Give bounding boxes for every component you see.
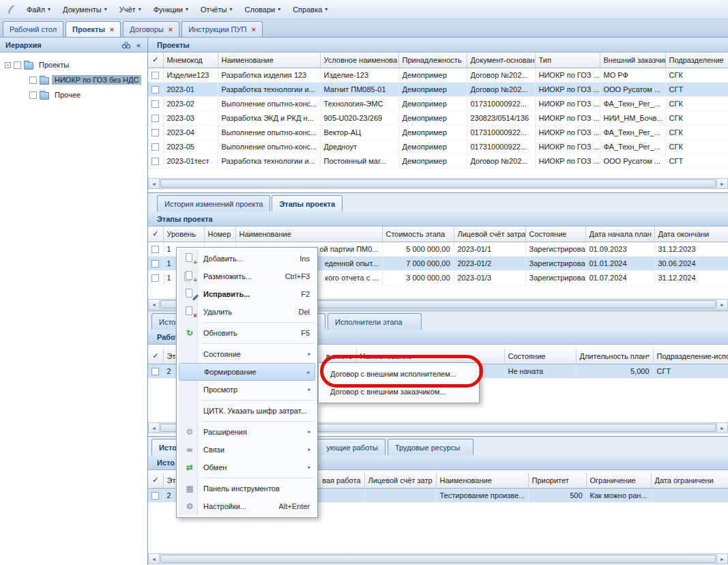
- tree-checkbox[interactable]: [29, 91, 37, 99]
- menu-item-citk-cost-code[interactable]: ЦИТК. Указать шифр затрат...: [179, 402, 315, 420]
- row-checkbox[interactable]: [151, 115, 159, 122]
- row-checkbox[interactable]: [151, 260, 159, 267]
- tree-node-niokr-goz[interactable]: НИОКР по ГОЗ без НДС: [27, 72, 145, 87]
- find-in-tree-icon[interactable]: [120, 39, 132, 51]
- column-header[interactable]: Уровень: [163, 227, 204, 242]
- row-checkbox[interactable]: [151, 158, 159, 165]
- menu-functions[interactable]: Функции▾: [147, 3, 194, 16]
- column-header[interactable]: Приоритет: [528, 473, 586, 488]
- column-header[interactable]: Стоимость этапа: [382, 227, 454, 242]
- column-header[interactable]: Условное наименова: [320, 53, 398, 68]
- column-header[interactable]: Ограничение: [586, 473, 651, 488]
- row-checkbox[interactable]: [151, 143, 159, 151]
- column-header[interactable]: Мнемокод: [163, 53, 218, 68]
- table-row[interactable]: 2023-01тестРазработка технологии и...Пос…: [148, 154, 728, 168]
- menu-item-edit[interactable]: Исправить... F2: [179, 285, 315, 303]
- row-checkbox[interactable]: [151, 368, 159, 375]
- scroll-left-button[interactable]: ◄: [149, 179, 160, 188]
- row-checkbox[interactable]: [151, 246, 159, 253]
- collapse-panel-button[interactable]: «: [132, 39, 145, 51]
- scroll-right-button[interactable]: ►: [716, 179, 727, 188]
- menu-file[interactable]: Файл▾: [20, 3, 57, 16]
- menu-help[interactable]: Справка▾: [287, 3, 334, 16]
- tree-node-projects[interactable]: − Проекты: [3, 57, 145, 72]
- select-all-header[interactable]: ✓: [148, 473, 163, 488]
- column-header[interactable]: Наименование: [356, 349, 504, 364]
- menu-item-delete[interactable]: × Удалить Del: [179, 303, 315, 321]
- column-header[interactable]: Документ-основан: [467, 53, 535, 68]
- menu-item-refresh[interactable]: ↻ Обновить F5: [179, 324, 315, 342]
- horizontal-scrollbar[interactable]: ◄ ►: [148, 178, 728, 189]
- tab-labor-resources[interactable]: Трудовые ресурсы: [388, 439, 474, 455]
- tab-project-stages[interactable]: Этапы проекта: [272, 195, 343, 212]
- tree-node-other[interactable]: Прочее: [27, 87, 145, 102]
- scroll-left-button[interactable]: ◄: [149, 423, 160, 433]
- tab-projects[interactable]: Проекты×: [65, 21, 121, 37]
- scrollbar-thumb[interactable]: [160, 555, 716, 563]
- column-header[interactable]: Лицевой счёт затрат.: [454, 227, 525, 242]
- menu-item-links[interactable]: ∞ Связи ►: [179, 441, 315, 459]
- menu-item-extensions[interactable]: ⚙ Расширения ►: [179, 423, 315, 441]
- menu-item-add[interactable]: + Добавить... Ins: [179, 250, 315, 267]
- scroll-right-button[interactable]: ►: [716, 300, 727, 309]
- select-all-header[interactable]: ✓: [148, 53, 163, 68]
- tab-desktop[interactable]: Рабочий стол: [3, 21, 63, 37]
- column-header[interactable]: Подразделение-испо: [653, 349, 728, 364]
- menu-reports[interactable]: Отчёты▾: [194, 3, 238, 16]
- column-header[interactable]: Наименование: [218, 53, 320, 68]
- column-header[interactable]: Тип: [535, 53, 600, 68]
- tab-close-icon[interactable]: ×: [110, 26, 114, 33]
- column-header[interactable]: Номер: [204, 227, 235, 242]
- table-row[interactable]: 2023-01Разработка технологии и...Магнит …: [148, 82, 728, 96]
- menu-item-duplicate[interactable]: + Размножить... Ctrl+F3: [179, 267, 315, 285]
- tree-checkbox[interactable]: [14, 61, 21, 69]
- scroll-right-button[interactable]: ►: [716, 554, 727, 564]
- column-header[interactable]: Подразделение: [665, 53, 728, 68]
- column-header[interactable]: Состояние: [504, 349, 576, 364]
- column-header[interactable]: Дата начала план: [585, 227, 654, 242]
- menu-item-formation[interactable]: Формирование ►: [179, 363, 315, 381]
- row-checkbox[interactable]: [151, 86, 159, 93]
- menu-item-toolbar[interactable]: ▦ Панель инструментов: [179, 480, 315, 497]
- menu-dictionaries[interactable]: Словари▾: [238, 3, 287, 16]
- select-all-header[interactable]: ✓: [148, 349, 163, 364]
- scrollbar-thumb[interactable]: [160, 179, 716, 188]
- menu-item-view[interactable]: Просмотр ►: [179, 381, 315, 399]
- horizontal-scrollbar[interactable]: ◄ ►: [148, 553, 728, 564]
- select-all-header[interactable]: ✓: [148, 227, 163, 242]
- column-header[interactable]: Состояние: [525, 227, 585, 242]
- column-header[interactable]: Внешний заказчик: [600, 53, 665, 68]
- menu-item-contract-external-customer[interactable]: Договор с внешним заказчиком...: [321, 383, 477, 401]
- row-checkbox[interactable]: [151, 492, 159, 499]
- tab-contracts[interactable]: Договоры×: [123, 21, 179, 37]
- column-header[interactable]: Дата окончани: [654, 227, 728, 242]
- menu-item-settings[interactable]: ⚙ Настройки... Alt+Enter: [179, 497, 315, 515]
- tree-checkbox[interactable]: [29, 76, 37, 84]
- scroll-left-button[interactable]: ◄: [149, 554, 160, 564]
- menu-item-contract-external-executor[interactable]: Договор с внешним исполнителем...: [321, 365, 477, 383]
- table-row[interactable]: 2023-02Выполнение опытно-конс...Технолог…: [148, 96, 728, 111]
- tab-instructions[interactable]: Инструкции ПУП×: [181, 21, 263, 37]
- tab-close-icon[interactable]: ×: [251, 26, 255, 33]
- column-header[interactable]: Длительность план▼: [576, 349, 653, 364]
- tab-project-history[interactable]: История изменений проекта: [157, 195, 270, 212]
- tab-close-icon[interactable]: ×: [169, 26, 173, 33]
- column-header[interactable]: Наименование: [436, 473, 528, 488]
- table-row[interactable]: 2023-04Выполнение опытно-конс...Вектор-А…: [148, 125, 728, 139]
- collapse-node-icon[interactable]: −: [5, 62, 11, 68]
- menu-accounting[interactable]: Учёт▾: [113, 3, 147, 16]
- scroll-left-button[interactable]: ◄: [149, 300, 160, 309]
- column-header[interactable]: Лицевой счёт затр: [364, 473, 436, 488]
- row-checkbox[interactable]: [151, 100, 159, 108]
- row-checkbox[interactable]: [151, 72, 159, 79]
- scroll-right-button[interactable]: ►: [716, 423, 727, 433]
- table-row[interactable]: 2023-05Выполнение опытно-конс...Дредноут…: [148, 139, 728, 154]
- tab-stage-executors[interactable]: Исполнители этапа: [327, 313, 422, 330]
- row-checkbox[interactable]: [151, 274, 159, 282]
- menu-documents[interactable]: Документы▾: [57, 3, 113, 16]
- column-header[interactable]: Принадлежность: [398, 53, 467, 68]
- menu-item-exchange[interactable]: ⇄ Обмен ►: [179, 459, 315, 476]
- column-header[interactable]: Дата ограничени: [651, 473, 728, 488]
- column-header[interactable]: Наименование: [235, 227, 382, 242]
- menu-item-state[interactable]: Состояние ►: [179, 345, 315, 363]
